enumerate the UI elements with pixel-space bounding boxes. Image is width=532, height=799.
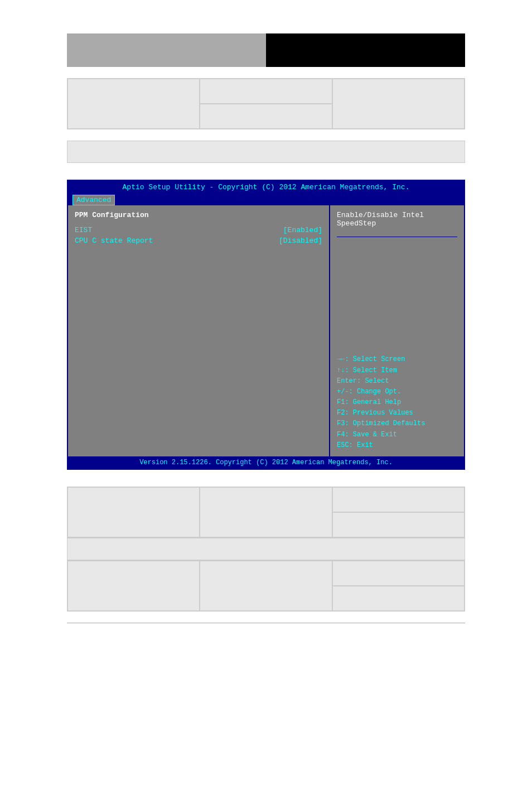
bt1-cell-1 bbox=[67, 487, 200, 537]
bios-legend: →←: Select Screen ↑↓: Select Item Enter:… bbox=[337, 354, 457, 451]
bt1-cell-4 bbox=[332, 512, 465, 537]
bios-header: Aptio Setup Utility - Copyright (C) 2012… bbox=[68, 181, 464, 194]
bios-legend-item-4: F1: General Help bbox=[337, 397, 457, 408]
bios-right-divider bbox=[337, 237, 457, 237]
bios-left-panel: PPM Configuration EIST [Enabled] CPU C s… bbox=[68, 205, 329, 456]
bios-legend-item-3: +/-: Change Opt. bbox=[337, 387, 457, 397]
bios-item-cpu-c-state-value: [Disabled] bbox=[279, 237, 322, 245]
top-table-bottom bbox=[67, 141, 465, 163]
top-table-cell-4 bbox=[200, 104, 332, 129]
bottom-divider bbox=[67, 623, 465, 623]
bios-footer: Version 2.15.1226. Copyright (C) 2012 Am… bbox=[68, 456, 464, 469]
bios-section-title: PPM Configuration bbox=[75, 211, 322, 219]
bt2-cell-2 bbox=[332, 561, 465, 586]
bios-help-text: Enable/Disable Intel SpeedStep bbox=[337, 211, 457, 228]
top-table-cell-3 bbox=[332, 79, 465, 129]
bios-item-cpu-c-state[interactable]: CPU C state Report [Disabled] bbox=[75, 237, 322, 245]
top-table bbox=[67, 78, 465, 129]
bios-legend-item-6: F3: Optimized Defaults bbox=[337, 418, 457, 429]
bios-item-eist[interactable]: EIST [Enabled] bbox=[75, 226, 322, 234]
bios-legend-item-8: ESC: Exit bbox=[337, 440, 457, 451]
bios-footer-text: Version 2.15.1226. Copyright (C) 2012 Am… bbox=[139, 459, 393, 466]
bottom-table-2 bbox=[67, 560, 465, 612]
bios-legend-item-0: →←: Select Screen bbox=[337, 354, 457, 365]
bios-legend-item-2: Enter: Select bbox=[337, 376, 457, 387]
bios-legend-item-7: F4: Save & Exit bbox=[337, 430, 457, 440]
bt2-cell-3 bbox=[200, 561, 332, 611]
top-dec-left bbox=[67, 33, 266, 67]
bios-legend-item-1: ↑↓: Select Item bbox=[337, 365, 457, 376]
bottom-table-full bbox=[67, 538, 465, 560]
bios-legend-item-5: F2: Previous Values bbox=[337, 408, 457, 418]
top-decoration bbox=[67, 33, 465, 67]
bt1-cell-3 bbox=[200, 487, 332, 537]
bios-header-text: Aptio Setup Utility - Copyright (C) 2012… bbox=[123, 183, 410, 191]
bios-screen: Aptio Setup Utility - Copyright (C) 2012… bbox=[67, 180, 465, 470]
bottom-table-1 bbox=[67, 487, 465, 538]
top-table-cell-1 bbox=[67, 79, 200, 129]
bt2-cell-4 bbox=[332, 586, 465, 611]
bt2-cell-1 bbox=[67, 561, 200, 611]
bios-right-panel: Enable/Disable Intel SpeedStep →←: Selec… bbox=[330, 205, 464, 456]
bios-item-eist-value: [Enabled] bbox=[283, 226, 322, 234]
bios-tab-advanced[interactable]: Advanced bbox=[72, 195, 115, 205]
bios-item-cpu-c-state-label: CPU C state Report bbox=[75, 237, 153, 245]
bt1-cell-2 bbox=[332, 487, 465, 512]
top-table-cell-2 bbox=[200, 79, 332, 104]
bios-item-eist-label: EIST bbox=[75, 226, 92, 234]
bios-body: PPM Configuration EIST [Enabled] CPU C s… bbox=[68, 205, 464, 456]
top-dec-right bbox=[266, 33, 465, 67]
bios-tabs: Advanced bbox=[68, 194, 464, 205]
